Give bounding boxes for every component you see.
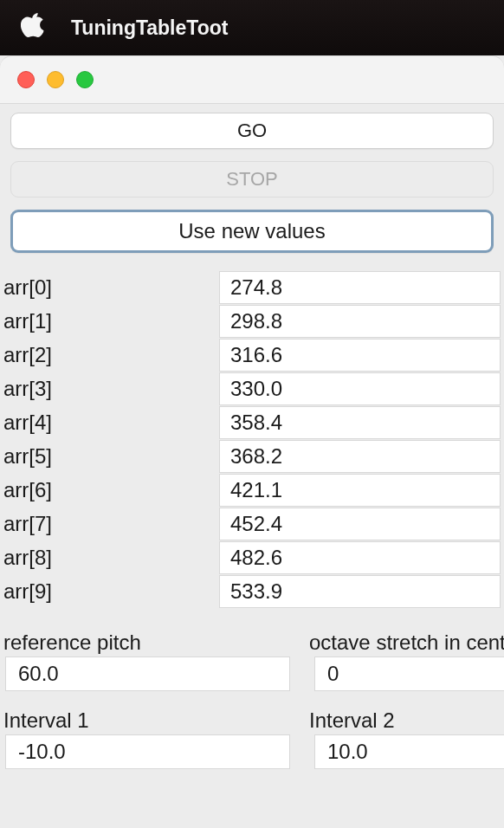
arr-row: arr[7]	[0, 507, 504, 540]
arr-label: arr[5]	[0, 444, 219, 469]
stop-button: STOP	[10, 161, 494, 197]
array-values-section: arr[0] arr[1] arr[2] arr[3] arr[4] arr[5…	[0, 270, 504, 608]
interval1-group: Interval 1	[0, 708, 292, 769]
arr-label: arr[1]	[0, 309, 219, 333]
arr-label: arr[8]	[0, 546, 219, 570]
app-window: GO STOP Use new values arr[0] arr[1] arr…	[0, 55, 504, 769]
arr-label: arr[4]	[0, 411, 219, 435]
arr-row: arr[1]	[0, 304, 504, 338]
apple-menu-icon[interactable]	[21, 11, 47, 44]
window-close-button[interactable]	[17, 71, 35, 88]
arr-label: arr[0]	[0, 275, 219, 300]
reference-pitch-label: reference pitch	[0, 631, 292, 655]
arr-row: arr[6]	[0, 473, 504, 507]
arr-row: arr[8]	[0, 540, 504, 574]
interval2-label: Interval 2	[306, 708, 504, 733]
interval2-group: Interval 2	[306, 708, 504, 769]
go-button[interactable]: GO	[10, 113, 494, 149]
arr-input-1[interactable]	[219, 305, 501, 338]
arr-input-2[interactable]	[219, 339, 501, 372]
app-title[interactable]: TuningTableToot	[71, 16, 228, 40]
arr-row: arr[9]	[0, 574, 504, 608]
interval1-label: Interval 1	[0, 708, 292, 733]
window-zoom-button[interactable]	[76, 71, 94, 88]
arr-input-4[interactable]	[219, 406, 501, 439]
reference-pitch-input[interactable]	[5, 657, 290, 691]
arr-input-6[interactable]	[219, 474, 501, 507]
arr-input-8[interactable]	[219, 541, 501, 574]
arr-label: arr[6]	[0, 478, 219, 502]
interval1-input[interactable]	[5, 734, 290, 769]
octave-stretch-group: octave stretch in cents	[306, 631, 504, 691]
reference-pitch-group: reference pitch	[0, 631, 292, 691]
arr-label: arr[2]	[0, 343, 219, 367]
octave-stretch-label: octave stretch in cents	[306, 631, 504, 655]
use-new-values-button[interactable]: Use new values	[10, 210, 494, 253]
arr-row: arr[3]	[0, 372, 504, 405]
arr-row: arr[0]	[0, 270, 504, 304]
arr-input-5[interactable]	[219, 440, 501, 473]
system-menubar: TuningTableToot	[0, 0, 504, 55]
arr-input-7[interactable]	[219, 508, 501, 540]
window-content: GO STOP Use new values arr[0] arr[1] arr…	[0, 104, 504, 769]
arr-input-0[interactable]	[219, 271, 501, 304]
octave-stretch-input[interactable]	[314, 657, 504, 691]
arr-input-9[interactable]	[219, 575, 501, 608]
window-minimize-button[interactable]	[47, 71, 64, 88]
params-row-2: Interval 1 Interval 2	[0, 708, 504, 769]
arr-label: arr[9]	[0, 579, 219, 604]
window-titlebar	[0, 55, 504, 104]
arr-row: arr[2]	[0, 338, 504, 372]
arr-input-3[interactable]	[219, 372, 501, 405]
params-row-1: reference pitch octave stretch in cents	[0, 631, 504, 691]
arr-row: arr[4]	[0, 405, 504, 439]
interval2-input[interactable]	[314, 734, 504, 769]
arr-label: arr[3]	[0, 377, 219, 401]
arr-label: arr[7]	[0, 512, 219, 536]
arr-row: arr[5]	[0, 439, 504, 473]
